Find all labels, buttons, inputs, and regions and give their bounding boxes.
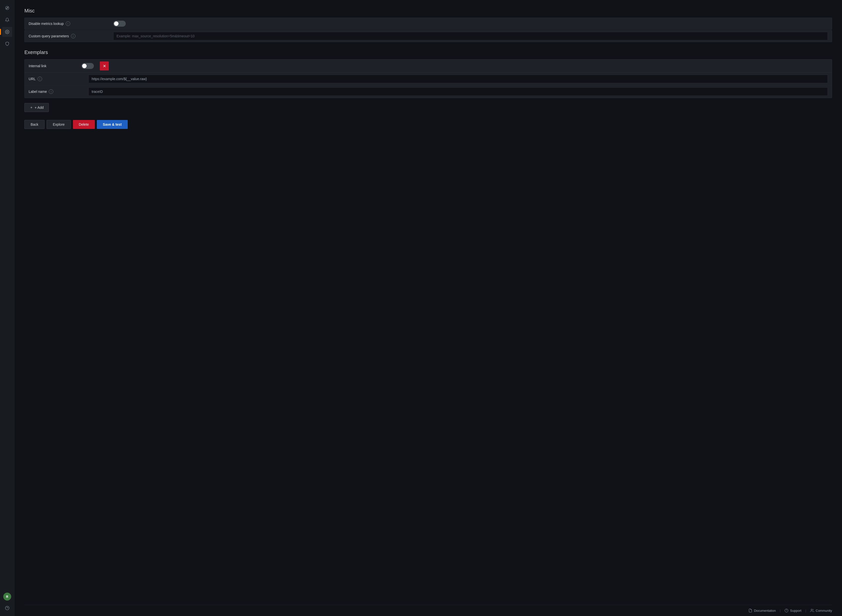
action-bar: Back Explore Delete Save & test — [24, 120, 832, 129]
documentation-link[interactable]: Documentation — [748, 609, 776, 613]
label-name-input[interactable] — [88, 87, 828, 96]
avatar[interactable]: H — [3, 593, 11, 601]
plus-icon: ＋ — [29, 105, 33, 110]
back-button[interactable]: Back — [24, 120, 45, 129]
toggle-knob-internal — [82, 64, 87, 68]
sidebar-item-help[interactable] — [2, 603, 12, 613]
disable-metrics-label: Disable metrics lookup i — [29, 21, 113, 26]
sidebar-item-explore[interactable] — [2, 3, 12, 13]
url-label: URL i — [29, 77, 88, 81]
custom-query-info-icon[interactable]: i — [71, 34, 75, 38]
internal-link-label: Internal link — [29, 64, 78, 68]
exemplars-section: Exemplars Internal link ✕ URL i — [24, 50, 832, 139]
url-row: URL i — [25, 73, 832, 85]
shield-icon — [5, 41, 9, 46]
custom-query-input[interactable] — [113, 32, 828, 40]
label-name-label: Label name i — [29, 89, 88, 94]
svg-point-0 — [6, 6, 9, 10]
custom-query-label: Custom query parameters i — [29, 34, 113, 38]
settings-icon — [5, 29, 9, 34]
add-button[interactable]: ＋ + Add — [24, 103, 49, 112]
custom-query-row: Custom query parameters i — [24, 30, 832, 42]
active-indicator — [0, 29, 1, 35]
svg-point-6 — [811, 609, 813, 610]
documentation-icon — [748, 609, 753, 613]
explore-icon — [5, 6, 9, 10]
help-icon — [5, 606, 9, 610]
svg-point-1 — [6, 31, 8, 32]
community-link[interactable]: Community — [810, 609, 832, 613]
sidebar-item-settings[interactable] — [2, 27, 12, 37]
alert-icon — [5, 18, 9, 22]
delete-button[interactable]: Delete — [73, 120, 95, 129]
sidebar-item-shield[interactable] — [2, 39, 12, 49]
disable-metrics-info-icon[interactable]: i — [66, 21, 70, 26]
svg-point-4 — [785, 609, 788, 612]
toggle-knob — [114, 21, 119, 26]
exemplar-block: Internal link ✕ URL i Label name — [24, 59, 832, 98]
disable-metrics-row: Disable metrics lookup i — [24, 18, 832, 29]
url-info-icon[interactable]: i — [38, 77, 42, 81]
close-icon: ✕ — [103, 64, 106, 69]
disable-metrics-control — [113, 21, 828, 26]
label-name-info-icon[interactable]: i — [49, 89, 53, 94]
misc-section: Misc Disable metrics lookup i Custom que… — [24, 8, 832, 43]
delete-exemplar-button[interactable]: ✕ — [100, 62, 109, 70]
internal-link-row: Internal link ✕ — [25, 60, 832, 73]
svg-point-2 — [5, 606, 9, 610]
sidebar: H — [0, 0, 15, 616]
explore-button[interactable]: Explore — [47, 120, 71, 129]
sidebar-item-alerts[interactable] — [2, 15, 12, 25]
main-content: Misc Disable metrics lookup i Custom que… — [15, 0, 842, 616]
exemplars-title: Exemplars — [24, 50, 832, 55]
label-name-row: Label name i — [25, 85, 832, 98]
disable-metrics-toggle[interactable] — [113, 21, 126, 26]
community-icon — [810, 609, 814, 613]
custom-query-control — [113, 32, 828, 40]
url-input[interactable] — [88, 75, 828, 83]
misc-title: Misc — [24, 8, 832, 14]
footer: Documentation | Support | Community — [24, 605, 832, 616]
support-icon — [785, 609, 788, 613]
support-link[interactable]: Support — [785, 609, 801, 613]
save-test-button[interactable]: Save & test — [97, 120, 128, 129]
internal-link-toggle[interactable] — [81, 63, 94, 69]
